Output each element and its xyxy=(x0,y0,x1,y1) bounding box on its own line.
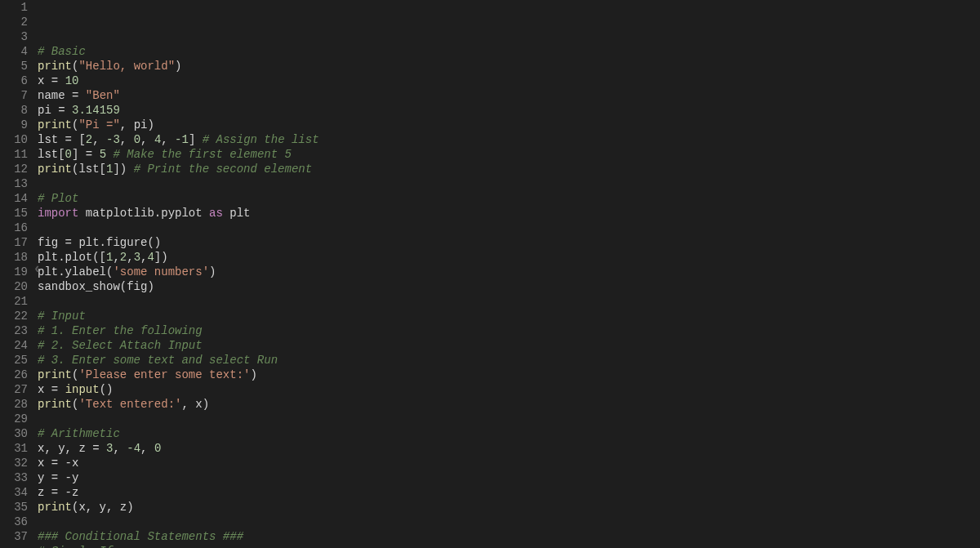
code-line[interactable] xyxy=(38,294,980,309)
code-token: 3.14159 xyxy=(72,104,120,117)
line-number: 25 xyxy=(0,353,28,368)
code-token: 2 xyxy=(86,133,92,146)
code-line[interactable]: # 3. Enter some text and select Run xyxy=(38,353,980,368)
code-token: # Plot xyxy=(38,192,78,205)
code-line[interactable] xyxy=(38,221,980,235)
line-number: 37 xyxy=(0,529,28,544)
code-line[interactable]: print('Please enter some text:') xyxy=(38,368,980,382)
code-line[interactable]: print(lst[1]) # Print the second element xyxy=(38,162,980,176)
code-token: print xyxy=(38,163,72,176)
code-line[interactable]: # Arithmetic xyxy=(38,426,980,441)
line-number: 36 xyxy=(0,515,28,529)
code-token: x xyxy=(38,74,51,87)
line-number: 8 xyxy=(0,103,28,118)
code-token: # Make the first element 5 xyxy=(113,148,291,161)
code-token: , xyxy=(140,133,154,146)
line-number: 17 xyxy=(0,235,28,250)
line-number: 21 xyxy=(0,294,28,309)
code-line[interactable]: pi = 3.14159 xyxy=(38,103,980,118)
code-token: ) xyxy=(209,265,216,278)
code-line[interactable]: # Simple If xyxy=(38,544,980,548)
code-line[interactable]: plt.plot([1,2,3,4]) xyxy=(38,250,980,265)
code-line[interactable]: print(x, y, z) xyxy=(38,500,980,515)
code-token: print xyxy=(38,60,72,73)
code-token: , xyxy=(120,133,134,146)
code-line[interactable]: x = -x xyxy=(38,456,980,470)
code-token: 'Text entered:' xyxy=(78,398,181,411)
code-token: (x, y, z) xyxy=(72,501,134,514)
code-token: lst xyxy=(38,133,65,146)
code-token: -4 xyxy=(127,442,140,455)
code-token: # Basic xyxy=(38,45,86,58)
code-line[interactable]: # 1. Enter the following xyxy=(38,323,980,338)
code-line[interactable]: x = input() xyxy=(38,382,980,397)
line-number: 13 xyxy=(0,176,28,191)
code-line[interactable]: print('Text entered:', x) xyxy=(38,397,980,412)
code-token: , xyxy=(92,133,106,146)
code-token: matplotlib.pyplot xyxy=(78,207,209,220)
code-line[interactable] xyxy=(38,176,980,191)
code-line[interactable]: # Input xyxy=(38,309,980,323)
code-line[interactable]: ### Conditional Statements ### xyxy=(38,529,980,544)
line-number: 9 xyxy=(0,118,28,132)
line-number: 28 xyxy=(0,397,28,412)
code-token: 5 xyxy=(100,148,106,161)
code-token: plt.figure() xyxy=(72,236,161,249)
code-line[interactable]: sandbox_show(fig) xyxy=(38,279,980,294)
code-line[interactable]: plt.ylabel('some numbers') xyxy=(38,265,980,279)
code-token: = xyxy=(51,486,58,499)
code-token: print xyxy=(38,398,72,411)
code-token: 0 xyxy=(154,442,161,455)
code-token: "Ben" xyxy=(86,89,120,102)
code-line[interactable] xyxy=(38,412,980,426)
code-token: 3 xyxy=(134,251,140,264)
line-number: 22 xyxy=(0,309,28,323)
code-line[interactable]: import matplotlib.pyplot as plt xyxy=(38,206,980,221)
code-token: = xyxy=(51,471,58,484)
code-token: # 1. Enter the following xyxy=(38,324,203,337)
code-area[interactable]: ‹ # Basicprint("Hello, world")x = 10name… xyxy=(34,0,980,548)
code-line[interactable]: lst = [2, -3, 0, 4, -1] # Assign the lis… xyxy=(38,132,980,147)
code-token: = xyxy=(86,148,92,161)
code-token: # Simple If xyxy=(38,545,113,548)
code-line[interactable] xyxy=(38,515,980,529)
code-token: "Hello, world" xyxy=(78,60,175,73)
code-token: 'Please enter some text:' xyxy=(78,368,250,381)
line-number: 7 xyxy=(0,88,28,103)
line-number: 20 xyxy=(0,279,28,294)
code-token: 10 xyxy=(65,74,79,87)
line-number: 24 xyxy=(0,338,28,353)
code-token: , xyxy=(161,133,175,146)
code-editor[interactable]: 1234567891011121314151617181920212223242… xyxy=(0,0,980,548)
code-token: # Assign the list xyxy=(203,133,319,146)
code-token xyxy=(78,89,85,102)
code-token xyxy=(100,442,106,455)
code-token: , xyxy=(127,251,133,264)
code-token: x xyxy=(38,457,51,470)
code-line[interactable]: # 2. Select Attach Input xyxy=(38,338,980,353)
code-line[interactable]: lst[0] = 5 # Make the first element 5 xyxy=(38,147,980,162)
code-line[interactable]: x, y, z = 3, -4, 0 xyxy=(38,441,980,456)
code-token: -1 xyxy=(175,133,189,146)
code-line[interactable]: print("Hello, world") xyxy=(38,59,980,74)
code-token: name xyxy=(38,89,72,102)
code-token: , xyxy=(113,251,119,264)
code-token: import xyxy=(38,207,78,220)
line-number: 15 xyxy=(0,206,28,221)
code-line[interactable]: # Basic xyxy=(38,44,980,59)
code-line[interactable]: name = "Ben" xyxy=(38,88,980,103)
code-token: as xyxy=(209,207,223,220)
line-number: 14 xyxy=(0,191,28,206)
code-token: 4 xyxy=(147,251,154,264)
code-line[interactable]: y = -y xyxy=(38,470,980,485)
code-line[interactable]: z = -z xyxy=(38,485,980,500)
code-line[interactable]: print("Pi =", pi) xyxy=(38,118,980,132)
code-token: -x xyxy=(58,457,78,470)
code-token: 0 xyxy=(134,133,140,146)
code-line[interactable]: x = 10 xyxy=(38,74,980,88)
line-number: 2 xyxy=(0,15,28,29)
code-line[interactable]: fig = plt.figure() xyxy=(38,235,980,250)
fold-chevron-icon[interactable]: ‹ xyxy=(33,261,42,276)
code-token: = xyxy=(92,442,99,455)
code-line[interactable]: # Plot xyxy=(38,191,980,206)
